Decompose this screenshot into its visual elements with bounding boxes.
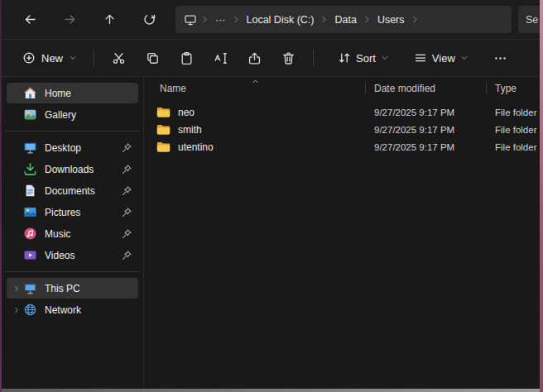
refresh-icon bbox=[142, 12, 156, 26]
expand-chevron-icon[interactable] bbox=[10, 306, 23, 314]
toolbar-divider bbox=[94, 49, 94, 67]
this-pc-monitor-icon bbox=[184, 13, 197, 26]
sidebar-item-network[interactable]: Network bbox=[7, 299, 138, 320]
address-bar[interactable]: ··· Local Disk (C:) Data Users bbox=[175, 6, 512, 33]
sidebar-item-label: This PC bbox=[45, 283, 135, 294]
sidebar-item-label: Videos bbox=[45, 250, 121, 261]
delete-button[interactable] bbox=[272, 43, 305, 73]
pin-icon bbox=[121, 250, 132, 261]
folder-icon bbox=[156, 106, 171, 118]
cut-button[interactable] bbox=[102, 43, 136, 73]
copy-icon bbox=[146, 51, 160, 65]
rename-button[interactable] bbox=[204, 43, 238, 73]
share-button[interactable] bbox=[238, 43, 272, 73]
videos-icon bbox=[23, 248, 37, 262]
folder-icon bbox=[156, 141, 171, 153]
this-pc-icon bbox=[23, 281, 37, 295]
chevron-right-icon bbox=[363, 15, 372, 24]
sidebar-item-this-pc[interactable]: This PC bbox=[7, 278, 138, 299]
column-headers: Name Date modified Type bbox=[144, 77, 540, 99]
cell-name: utentino bbox=[144, 141, 366, 153]
sidebar-item-home[interactable]: Home bbox=[7, 83, 138, 103]
file-row-neo[interactable]: neo 9/27/2025 9:17 PM File folder bbox=[144, 103, 540, 121]
column-label: Type bbox=[495, 83, 517, 94]
column-label: Name bbox=[160, 83, 186, 94]
navigation-pane: Home Gallery Desktop bbox=[2, 77, 144, 389]
view-button[interactable]: View bbox=[406, 45, 477, 70]
chevron-right-icon bbox=[200, 15, 209, 24]
column-label: Date modified bbox=[374, 83, 435, 94]
column-header-date-modified[interactable]: Date modified bbox=[366, 77, 487, 99]
new-button[interactable]: New bbox=[13, 45, 86, 70]
sidebar-item-downloads[interactable]: Downloads bbox=[7, 159, 138, 179]
sort-button[interactable]: Sort bbox=[329, 45, 397, 70]
gallery-icon bbox=[23, 108, 37, 122]
breadcrumb-ellipsis[interactable]: ··· bbox=[209, 11, 232, 29]
home-icon bbox=[23, 86, 37, 100]
sidebar-item-label: Desktop bbox=[45, 142, 121, 154]
new-button-label: New bbox=[41, 52, 63, 65]
desktop-icon bbox=[23, 141, 37, 155]
sidebar-item-label: Documents bbox=[45, 185, 121, 197]
sidebar-item-desktop[interactable]: Desktop bbox=[7, 137, 138, 158]
cell-date-modified: 9/27/2025 9:17 PM bbox=[366, 125, 487, 135]
folder-icon bbox=[156, 123, 171, 136]
sidebar-divider bbox=[5, 271, 140, 272]
forward-button[interactable] bbox=[50, 6, 89, 34]
sidebar-item-videos[interactable]: Videos bbox=[7, 245, 138, 265]
network-icon bbox=[23, 303, 37, 317]
column-divider[interactable] bbox=[486, 82, 487, 94]
up-button[interactable] bbox=[89, 6, 129, 34]
desktop-edge-bottom bbox=[0, 389, 543, 392]
breadcrumb-segment-local-disk[interactable]: Local Disk (C:) bbox=[241, 11, 320, 29]
sidebar-item-pictures[interactable]: Pictures bbox=[7, 202, 138, 222]
pictures-icon bbox=[23, 205, 37, 219]
refresh-button[interactable] bbox=[129, 6, 169, 34]
breadcrumb-segment-users[interactable]: Users bbox=[372, 11, 411, 29]
column-header-name[interactable]: Name bbox=[144, 77, 366, 99]
chevron-down-icon bbox=[460, 54, 469, 62]
sidebar-item-label: Downloads bbox=[45, 164, 121, 175]
up-icon bbox=[103, 12, 117, 26]
more-options-button[interactable] bbox=[483, 43, 517, 73]
cell-type: File folder bbox=[487, 125, 540, 135]
sidebar-item-label: Gallery bbox=[45, 109, 135, 121]
file-name: utentino bbox=[178, 141, 214, 153]
toolbar-divider bbox=[313, 49, 314, 67]
pin-icon bbox=[121, 207, 132, 218]
downloads-icon bbox=[23, 162, 37, 176]
view-button-label: View bbox=[432, 52, 455, 65]
paste-button[interactable] bbox=[170, 43, 204, 73]
pin-icon bbox=[121, 164, 132, 175]
copy-button[interactable] bbox=[136, 43, 170, 73]
sidebar-item-label: Pictures bbox=[45, 207, 121, 218]
view-icon bbox=[414, 51, 427, 65]
search-text: Se bbox=[526, 14, 538, 26]
file-row-utentino[interactable]: utentino 9/27/2025 9:17 PM File folder bbox=[144, 138, 540, 155]
cell-name: smith bbox=[144, 123, 366, 136]
chevron-right-icon bbox=[320, 15, 329, 24]
cell-date-modified: 9/27/2025 9:17 PM bbox=[366, 108, 487, 117]
sidebar-item-label: Home bbox=[45, 88, 135, 99]
window-body: Home Gallery Desktop bbox=[2, 77, 540, 389]
file-row-smith[interactable]: smith 9/27/2025 9:17 PM File folder bbox=[144, 121, 540, 138]
sort-icon bbox=[338, 51, 351, 65]
plus-circle-icon bbox=[22, 51, 36, 65]
search-input[interactable]: Se bbox=[518, 6, 540, 33]
sidebar-item-music[interactable]: Music bbox=[7, 223, 138, 244]
breadcrumb-segment-data[interactable]: Data bbox=[329, 11, 362, 29]
pin-icon bbox=[121, 142, 132, 154]
back-button[interactable] bbox=[10, 6, 50, 34]
sidebar-item-gallery[interactable]: Gallery bbox=[7, 104, 138, 125]
screenshot-root: ··· Local Disk (C:) Data Users Se New bbox=[0, 0, 543, 392]
file-name: neo bbox=[178, 107, 195, 118]
expand-chevron-icon[interactable] bbox=[10, 284, 23, 293]
cell-type: File folder bbox=[487, 142, 540, 152]
sidebar-item-label: Network bbox=[45, 304, 135, 316]
sidebar-item-documents[interactable]: Documents bbox=[7, 180, 138, 201]
cut-icon bbox=[112, 51, 126, 65]
pin-icon bbox=[121, 228, 132, 240]
desktop-edge-right bbox=[540, 0, 543, 392]
forward-icon bbox=[63, 12, 77, 26]
column-header-type[interactable]: Type bbox=[487, 77, 540, 99]
